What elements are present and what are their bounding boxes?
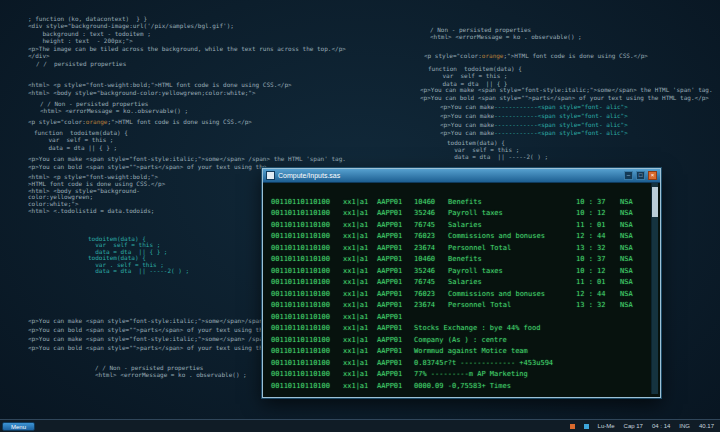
binary-cell: 00110110110100: [271, 382, 343, 390]
code-cell: xx1|a1: [343, 209, 377, 217]
tray-item[interactable]: Lu-Me: [598, 420, 615, 432]
code-cell: xx1|a1: [343, 313, 377, 321]
tag-cell: AAPP01: [377, 347, 414, 355]
terminal-row: 00110110110100xx1|a1AAPP0135246Payroll t…: [265, 208, 650, 220]
tag-cell: AAPP01: [377, 198, 414, 206]
tag-cell: AAPP01: [377, 324, 414, 332]
binary-cell: 00110110110100: [271, 255, 343, 263]
binary-cell: 00110110110100: [271, 278, 343, 286]
tray-item[interactable]: 40.17: [699, 420, 714, 432]
terminal-body[interactable]: 00110110110100xx1|a1AAPP0110460Benefits1…: [265, 183, 650, 395]
terminal-titlebar[interactable]: Compute/Inputs.sas – □ ×: [263, 169, 660, 183]
label-cell: Payroll taxes: [448, 209, 576, 217]
code-block: / / persisted properties: [36, 60, 126, 67]
minimize-button[interactable]: –: [624, 171, 633, 180]
time-cell: 12 : 44: [576, 290, 620, 298]
code-cell: xx1|a1: [343, 359, 377, 367]
tray-item[interactable]: 04 : 14: [652, 420, 670, 432]
code-block: / / Non - persisted properties<html> <er…: [40, 100, 188, 115]
taskbar: Menu Lu-MeCap 1704 : 14ING40.17: [0, 419, 720, 432]
value-cell: 76745: [414, 278, 448, 286]
code-cell: xx1|a1: [343, 221, 377, 229]
binary-cell: 00110110110100: [271, 359, 343, 367]
terminal-row: 00110110110100xx1|a1AAPP0123674Personnel…: [265, 300, 650, 312]
terminal-row: 00110110110100xx1|a1AAPP01Wormmud agains…: [265, 346, 650, 358]
binary-cell: 00110110110100: [271, 301, 343, 309]
maximize-button[interactable]: □: [636, 171, 645, 180]
time-cell: 11 : 01: [576, 278, 620, 286]
terminal-window: Compute/Inputs.sas – □ × 00110110110100x…: [262, 168, 661, 398]
tag-cell: AAPP01: [377, 221, 414, 229]
label-cell: Benefits: [448, 198, 576, 206]
label-cell: Payroll taxes: [448, 267, 576, 275]
code-block: / Non - persisted properties<html> <erro…: [430, 26, 582, 41]
value-cell: 23674: [414, 301, 448, 309]
code-cell: xx1|a1: [343, 382, 377, 390]
tray-network-icon[interactable]: [584, 424, 589, 429]
stock-line: 0000.09 -0,75583+ Times: [414, 382, 511, 390]
start-button[interactable]: Menu: [2, 422, 35, 431]
label-cell: Personnel Total: [448, 301, 576, 309]
flag-cell: NSA: [620, 198, 633, 206]
close-button[interactable]: ×: [648, 171, 657, 180]
flag-cell: NSA: [620, 232, 633, 240]
label-cell: Commissions and bonuses: [448, 290, 576, 298]
scrollbar-thumb[interactable]: [652, 187, 658, 217]
tray-item[interactable]: ING: [679, 420, 690, 432]
stock-line: Wormmud against Motice team: [414, 347, 528, 355]
value-cell: 10460: [414, 198, 448, 206]
tag-cell: AAPP01: [377, 382, 414, 390]
code-cell: xx1|a1: [343, 244, 377, 252]
code-block: <p>You can make------------<span style="…: [440, 103, 628, 138]
tag-cell: AAPP01: [377, 301, 414, 309]
code-cell: xx1|a1: [343, 290, 377, 298]
terminal-row: 00110110110100xx1|a1AAPP0176023Commissio…: [265, 288, 650, 300]
tag-cell: AAPP01: [377, 370, 414, 378]
flag-cell: NSA: [620, 209, 633, 217]
binary-cell: 00110110110100: [271, 198, 343, 206]
value-cell: 10460: [414, 255, 448, 263]
terminal-row: 00110110110100xx1|a1AAPP0135246Payroll t…: [265, 265, 650, 277]
tag-cell: AAPP01: [377, 359, 414, 367]
code-cell: xx1|a1: [343, 198, 377, 206]
code-block: <p style="color:orange;">HTML font code …: [28, 118, 252, 125]
code-block: <html> <p style="font-weight:bold;">>HTM…: [28, 174, 165, 215]
code-cell: xx1|a1: [343, 267, 377, 275]
system-tray: Lu-MeCap 1704 : 14ING40.17: [570, 420, 720, 432]
value-cell: 35246: [414, 209, 448, 217]
code-block: <html> <p style="font-weight:bold;">HTML…: [28, 81, 292, 97]
time-cell: 10 : 37: [576, 198, 620, 206]
terminal-row: 00110110110100xx1|a1AAPP0176023Commissio…: [265, 231, 650, 243]
terminal-row: 00110110110100xx1|a1AAPP01Stocks Exchang…: [265, 323, 650, 335]
value-cell: 35246: [414, 267, 448, 275]
code-cell: xx1|a1: [343, 301, 377, 309]
terminal-scrollbar[interactable]: [651, 183, 658, 394]
tag-cell: AAPP01: [377, 255, 414, 263]
time-cell: 12 : 44: [576, 232, 620, 240]
code-cell: xx1|a1: [343, 278, 377, 286]
stock-line: 0.83745r?t ------------- +453u594: [414, 359, 553, 367]
time-cell: 10 : 12: [576, 209, 620, 217]
terminal-row: 00110110110100xx1|a1AAPP010000.09 -0,755…: [265, 380, 650, 392]
value-cell: 23674: [414, 244, 448, 252]
tag-cell: AAPP01: [377, 313, 414, 321]
code-cell: xx1|a1: [343, 324, 377, 332]
flag-cell: NSA: [620, 221, 633, 229]
tray-status-icon[interactable]: [570, 424, 575, 429]
flag-cell: NSA: [620, 278, 633, 286]
binary-cell: 00110110110100: [271, 267, 343, 275]
code-cell: xx1|a1: [343, 232, 377, 240]
code-block: function todoitem(data) { var self = thi…: [428, 65, 522, 87]
desktop: ; function (ko, datacontext) } }<div sty…: [0, 0, 720, 432]
terminal-row: 00110110110100xx1|a1AAPP0176745Salaries1…: [265, 277, 650, 289]
code-block: / / Non - persisted properties<html> <er…: [95, 364, 247, 379]
tray-item[interactable]: Cap 17: [624, 420, 643, 432]
binary-cell: 00110110110100: [271, 347, 343, 355]
time-cell: 13 : 32: [576, 301, 620, 309]
code-cell: xx1|a1: [343, 255, 377, 263]
window-title: Compute/Inputs.sas: [278, 169, 621, 182]
code-block: <p style="color:orange;">HTML font code …: [424, 52, 648, 59]
binary-cell: 00110110110100: [271, 290, 343, 298]
tag-cell: AAPP01: [377, 244, 414, 252]
stock-line: Stocks Exchange : bye 44% food: [414, 324, 540, 332]
